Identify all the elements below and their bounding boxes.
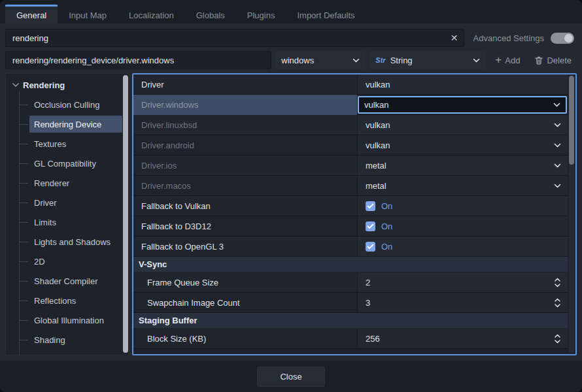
property-path-input[interactable]: rendering/rendering_device/driver.window… xyxy=(5,51,271,69)
sections-tree: Rendering Occlusion Culling Rendering De… xyxy=(5,73,129,355)
add-button-label: Add xyxy=(505,56,520,65)
property-row-driver-windows[interactable]: Driver.windows vulkan xyxy=(133,95,568,115)
property-row-driver: Driver vulkan xyxy=(133,74,568,95)
property-row-driver-android: Driver.android vulkan xyxy=(133,135,568,155)
driver-android-dropdown[interactable]: vulkan xyxy=(357,135,568,155)
tree-item-rendering-device[interactable]: Rendering Device xyxy=(6,114,129,134)
driver-windows-dropdown[interactable]: vulkan xyxy=(358,96,567,114)
swapchain-image-count-spinbox[interactable]: 3 xyxy=(357,293,568,312)
tree-item-camera[interactable]: Camera xyxy=(6,350,129,355)
tab-import-defaults[interactable]: Import Defaults xyxy=(286,5,366,24)
feature-dropdown-value: windows xyxy=(281,56,314,65)
fallback-opengl3-checkbox[interactable]: On xyxy=(366,242,392,252)
property-row-driver-linuxbsd: Driver.linuxbsd vulkan xyxy=(133,115,568,135)
property-row-driver-macos: Driver.macos metal xyxy=(133,176,568,196)
tab-input-map[interactable]: Input Map xyxy=(58,5,118,24)
property-row-fallback-to-opengl3: Fallback to OpenGL 3 On xyxy=(133,237,568,257)
search-box: ✕ xyxy=(5,29,464,47)
inspector-rows: Driver vulkan Driver.windows vulkan xyxy=(133,74,568,349)
delete-button-label: Delete xyxy=(547,56,572,65)
delete-property-button[interactable]: Delete xyxy=(529,51,577,69)
inspector-scrollbar-grabber[interactable] xyxy=(569,76,574,165)
driver-macos-dropdown[interactable]: metal xyxy=(357,176,568,195)
tree-item-lights-and-shadows[interactable]: Lights and Shadows xyxy=(6,232,129,252)
dialog-footer: Close xyxy=(0,361,582,392)
chevron-down-icon xyxy=(554,184,561,188)
advanced-settings-label: Advanced Settings xyxy=(473,33,544,43)
property-row-frame-queue-size: Frame Queue Size 2 xyxy=(133,272,568,293)
property-bar: rendering/rendering_device/driver.window… xyxy=(5,51,577,69)
add-property-button[interactable]: + Add xyxy=(490,51,525,69)
plus-icon: + xyxy=(495,54,502,65)
tree-item-shader-compiler[interactable]: Shader Compiler xyxy=(6,271,129,291)
chevron-down-icon xyxy=(473,58,480,63)
tree-item-rendering[interactable]: Rendering xyxy=(6,75,129,95)
tab-general[interactable]: General xyxy=(5,5,58,24)
feature-dropdown[interactable]: windows xyxy=(275,51,366,69)
trash-icon xyxy=(534,56,543,65)
main-split: Rendering Occlusion Culling Rendering De… xyxy=(5,73,577,355)
search-row: ✕ Advanced Settings xyxy=(5,29,577,47)
tab-localization[interactable]: Localization xyxy=(118,5,185,24)
chevron-down-icon xyxy=(554,143,561,148)
chevron-down-icon xyxy=(352,58,360,63)
chevron-down-icon xyxy=(554,163,561,168)
checkbox-checked-icon xyxy=(366,201,375,211)
spinner-updown-icon[interactable] xyxy=(554,278,561,287)
tree-item-global-illumination[interactable]: Global Illumination xyxy=(6,310,129,330)
tree-root-label: Rendering xyxy=(23,80,65,90)
driver-ios-dropdown[interactable]: metal xyxy=(357,155,568,175)
tab-globals[interactable]: Globals xyxy=(185,5,236,24)
spinner-updown-icon[interactable] xyxy=(554,334,561,344)
project-settings-dialog: General Input Map Localization Globals P… xyxy=(0,0,582,392)
tree-item-occlusion-culling[interactable]: Occlusion Culling xyxy=(6,95,129,114)
property-row-fallback-to-vulkan: Fallback to Vulkan On xyxy=(133,196,568,216)
property-row-block-size-kb: Block Size (KB) 256 xyxy=(133,329,568,349)
advanced-settings-toggle[interactable] xyxy=(551,33,574,44)
type-dropdown[interactable]: Str String xyxy=(369,51,486,69)
tree-item-driver[interactable]: Driver xyxy=(6,193,129,212)
property-row-fallback-to-d3d12: Fallback to D3D12 On xyxy=(133,216,568,237)
collapse-arrow-icon[interactable] xyxy=(12,83,19,87)
fallback-d3d12-checkbox[interactable]: On xyxy=(366,221,392,231)
tab-bar: General Input Map Localization Globals P… xyxy=(0,0,582,24)
tree-children: Occlusion Culling Rendering Device Textu… xyxy=(6,95,129,355)
fallback-vulkan-checkbox[interactable]: On xyxy=(366,201,392,211)
general-tab-content: ✕ Advanced Settings rendering/rendering_… xyxy=(0,24,582,361)
checkbox-checked-icon xyxy=(366,221,375,231)
tree-scrollbar[interactable] xyxy=(123,75,128,353)
settings-inspector: Driver vulkan Driver.windows vulkan xyxy=(132,73,577,355)
checkbox-checked-icon xyxy=(366,242,375,252)
section-header-vsync: V-Sync xyxy=(133,257,568,272)
tree-item-textures[interactable]: Textures xyxy=(6,134,129,154)
tree-item-gl-compatibility[interactable]: GL Compatibility xyxy=(6,154,129,173)
search-input[interactable] xyxy=(6,29,464,46)
tab-plugins[interactable]: Plugins xyxy=(236,5,286,24)
property-row-swapchain-image-count: Swapchain Image Count 3 xyxy=(133,293,568,313)
driver-value[interactable]: vulkan xyxy=(357,74,568,94)
chevron-down-icon xyxy=(554,123,561,127)
spinner-updown-icon[interactable] xyxy=(554,298,561,308)
string-type-icon: Str xyxy=(375,56,385,64)
inspector-scrollbar-track[interactable] xyxy=(569,76,574,353)
block-size-spinbox[interactable]: 256 xyxy=(357,329,568,348)
tree-item-reflections[interactable]: Reflections xyxy=(6,291,129,310)
close-button[interactable]: Close xyxy=(257,367,325,387)
tree-item-limits[interactable]: Limits xyxy=(6,212,129,232)
chevron-down-icon xyxy=(553,103,560,107)
tree-item-2d[interactable]: 2D xyxy=(6,252,129,271)
toggle-knob xyxy=(564,34,573,42)
driver-linuxbsd-dropdown[interactable]: vulkan xyxy=(357,115,568,135)
type-dropdown-value: String xyxy=(390,56,413,65)
frame-queue-size-spinbox[interactable]: 2 xyxy=(357,272,568,292)
section-header-staging-buffer: Staging Buffer xyxy=(133,313,568,329)
tree-item-renderer[interactable]: Renderer xyxy=(6,173,129,193)
tree-item-shading[interactable]: Shading xyxy=(6,330,129,350)
property-row-driver-ios: Driver.ios metal xyxy=(133,155,568,176)
clear-search-icon[interactable]: ✕ xyxy=(451,29,458,46)
